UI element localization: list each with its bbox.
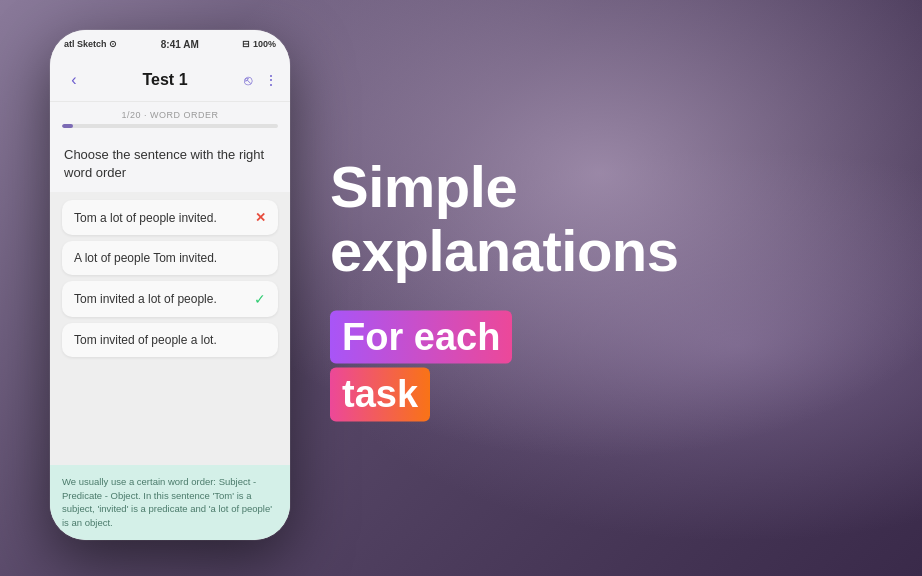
share-icon[interactable]: ⎋ [244,72,252,88]
more-icon[interactable]: ⋮ [264,72,278,88]
question-area: Choose the sentence with the right word … [50,134,290,192]
right-content: Simple explanations For each task [330,155,870,422]
status-center: 8:41 AM [161,39,199,50]
option-1[interactable]: Tom a lot of people invited. ✕ [62,200,278,235]
option-2[interactable]: A lot of people Tom invited. [62,241,278,275]
main-heading: Simple explanations [330,155,870,283]
nav-actions: ⎋ ⋮ [244,72,278,88]
progress-area: 1/20 · WORD ORDER [50,102,290,134]
progress-fill [62,124,73,128]
nav-bar: ‹ Test 1 ⎋ ⋮ [50,58,290,102]
subheading-wrapper: For each task [330,310,512,421]
phone: atl Sketch ⊙ 8:41 AM ⊟ 100% ‹ Test 1 ⎋ ⋮… [50,30,290,540]
progress-track [62,124,278,128]
status-bar: atl Sketch ⊙ 8:41 AM ⊟ 100% [50,30,290,58]
option-4-text: Tom invited of people a lot. [74,333,217,347]
status-right: ⊟ 100% [242,39,276,49]
option-3-text: Tom invited a lot of people. [74,292,217,306]
option-1-text: Tom a lot of people invited. [74,211,217,225]
back-button[interactable]: ‹ [62,68,86,92]
nav-title: Test 1 [142,71,187,89]
status-left: atl Sketch ⊙ [64,39,117,49]
option-4[interactable]: Tom invited of people a lot. [62,323,278,357]
options-area: Tom a lot of people invited. ✕ A lot of … [50,192,290,465]
subheading-line-1: For each [330,310,512,364]
question-text: Choose the sentence with the right word … [64,146,276,182]
option-2-text: A lot of people Tom invited. [74,251,217,265]
explanation-area: We usually use a certain word order: Sub… [50,465,290,540]
back-icon: ‹ [71,71,76,89]
option-3[interactable]: Tom invited a lot of people. ✓ [62,281,278,317]
correct-icon: ✓ [254,291,266,307]
phone-wrapper: atl Sketch ⊙ 8:41 AM ⊟ 100% ‹ Test 1 ⎋ ⋮… [50,30,290,540]
subheading-line-2: task [330,368,430,422]
explanation-text: We usually use a certain word order: Sub… [62,475,278,530]
progress-label: 1/20 · WORD ORDER [62,110,278,120]
wrong-icon: ✕ [255,210,266,225]
